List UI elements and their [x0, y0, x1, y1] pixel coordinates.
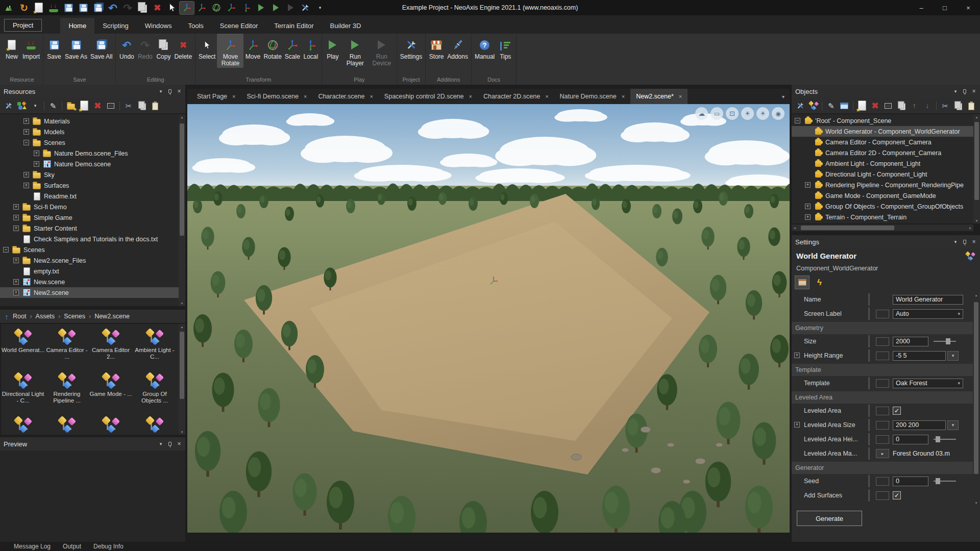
- statusbar-message-log[interactable]: Message Log: [14, 543, 51, 550]
- copy2-button[interactable]: [952, 99, 965, 112]
- scroll-down-icon[interactable]: ▾: [181, 430, 183, 434]
- delete-button[interactable]: ✖: [150, 2, 164, 14]
- dropdown[interactable]: Oak Forest▾: [893, 379, 963, 388]
- refresh-button[interactable]: ↻: [17, 2, 31, 14]
- asset-item[interactable]: Ambient Light - C...: [133, 324, 177, 368]
- settings-tools-button[interactable]: [298, 2, 312, 14]
- column-splitter[interactable]: [868, 433, 870, 445]
- scroll-right-icon[interactable]: ▸: [968, 226, 973, 230]
- scene-tab[interactable]: Start Page×: [191, 89, 241, 104]
- panel-menu-button[interactable]: ▾: [953, 89, 958, 94]
- dropdown-button[interactable]: ▾: [947, 420, 959, 430]
- tab-scene-editor[interactable]: Scene Editor: [212, 18, 266, 34]
- statusbar-debug-info[interactable]: Debug Info: [93, 543, 124, 550]
- tree-item[interactable]: −Scenes: [0, 137, 179, 148]
- play-button[interactable]: [254, 2, 268, 14]
- move-button[interactable]: [194, 2, 209, 14]
- move-rotate-button[interactable]: [180, 2, 194, 14]
- default-flag-box[interactable]: [876, 379, 889, 388]
- horizontal-scrollbar[interactable]: ◂▸: [792, 224, 973, 231]
- close-tab-icon[interactable]: ×: [370, 93, 373, 99]
- up-button[interactable]: ↑: [908, 99, 920, 112]
- panel-pin-button[interactable]: [167, 442, 173, 446]
- new-button[interactable]: ★New: [3, 34, 21, 61]
- column-splitter[interactable]: [868, 377, 870, 389]
- slider[interactable]: [934, 439, 956, 440]
- tree-item[interactable]: +Simple Game: [0, 212, 179, 223]
- column-splitter[interactable]: [868, 447, 870, 460]
- expander[interactable]: +: [34, 161, 39, 167]
- tab-scripting[interactable]: Scripting: [94, 18, 137, 34]
- scrollbar-thumb[interactable]: [974, 122, 979, 201]
- camera-button[interactable]: ◉: [772, 107, 785, 120]
- tree-item[interactable]: +Terrain - Component_Terrain: [792, 212, 973, 222]
- breadcrumb-item[interactable]: Assets: [36, 313, 55, 320]
- tree-item[interactable]: +Starter Content: [0, 223, 179, 234]
- redo-button[interactable]: ↷Redo: [136, 34, 154, 61]
- brightness2-button[interactable]: ☀: [756, 107, 769, 120]
- scroll-up-icon[interactable]: ▴: [181, 115, 183, 119]
- tree-item[interactable]: +Surfaces: [0, 180, 179, 191]
- checkbox[interactable]: ✓: [893, 491, 901, 499]
- default-flag-box[interactable]: [876, 352, 889, 360]
- asset-item[interactable]: [89, 412, 133, 435]
- column-splitter[interactable]: [868, 335, 870, 347]
- scene-tab[interactable]: Character.scene×: [312, 89, 378, 104]
- save-as-button[interactable]: Save As: [63, 34, 89, 61]
- panel-pin-button[interactable]: [167, 89, 173, 93]
- save-as-button[interactable]: [76, 2, 90, 14]
- text-input[interactable]: 200 200: [893, 420, 946, 430]
- scroll-left-icon[interactable]: ◂: [792, 226, 797, 230]
- scene-tab[interactable]: Sci-fi Demo.scene×: [241, 89, 313, 104]
- expander[interactable]: +: [13, 204, 19, 210]
- generate-button[interactable]: Generate: [797, 511, 862, 526]
- import-button[interactable]: ↓↓: [46, 2, 61, 14]
- tab-windows[interactable]: Windows: [137, 18, 180, 34]
- save-button[interactable]: Save: [45, 34, 63, 61]
- close-tab-icon[interactable]: ×: [469, 93, 472, 99]
- column-splitter[interactable]: [868, 419, 870, 431]
- tab-tools[interactable]: Tools: [180, 18, 211, 34]
- new-folder-button[interactable]: [65, 99, 77, 112]
- copy-button[interactable]: [135, 2, 150, 14]
- maximize-button[interactable]: □: [933, 0, 957, 15]
- window-button[interactable]: [838, 99, 850, 112]
- panel-close-button[interactable]: ×: [177, 441, 182, 447]
- caret-button[interactable]: ▾: [29, 99, 41, 112]
- cloud-button[interactable]: ☁: [695, 107, 708, 120]
- expander[interactable]: +: [13, 215, 19, 220]
- expander[interactable]: +: [23, 172, 29, 178]
- column-splitter[interactable]: [868, 475, 870, 487]
- text-input[interactable]: -5 5: [893, 351, 946, 361]
- default-flag-box[interactable]: [876, 491, 889, 500]
- select-button[interactable]: [165, 2, 179, 14]
- tree-item[interactable]: +Models: [0, 127, 179, 137]
- asset-item[interactable]: [45, 412, 89, 435]
- save-button[interactable]: [61, 2, 76, 14]
- run-player-button[interactable]: Run Player: [342, 34, 369, 68]
- number-input[interactable]: 2000: [893, 337, 928, 346]
- reference-button[interactable]: ▸: [876, 449, 889, 458]
- tree-item[interactable]: −'Root' - Component_Scene: [792, 115, 973, 126]
- settings-button[interactable]: Settings: [399, 34, 424, 61]
- dropdown-button[interactable]: ▾: [947, 351, 959, 361]
- expander[interactable]: +: [805, 204, 811, 209]
- asset-item[interactable]: World Generat...: [1, 324, 45, 368]
- number-input[interactable]: 0: [893, 435, 928, 444]
- tree-item[interactable]: +Materials: [0, 116, 179, 127]
- delete-button[interactable]: ✖: [869, 99, 881, 112]
- tree-item[interactable]: Camera Editor - Component_Camera: [792, 137, 973, 147]
- rotate-button[interactable]: [209, 2, 224, 14]
- panel-close-button[interactable]: ×: [971, 239, 976, 245]
- run-device-button[interactable]: [283, 2, 298, 14]
- paste-button[interactable]: [149, 99, 161, 112]
- tree-item[interactable]: +Rendering Pipeline - Component_Renderin…: [792, 180, 973, 190]
- slider-thumb[interactable]: [936, 478, 940, 484]
- minimize-button[interactable]: –: [910, 0, 933, 15]
- scroll-up-icon[interactable]: ▴: [181, 324, 183, 329]
- scrollbar-thumb[interactable]: [180, 332, 184, 399]
- tab-terrain-editor[interactable]: Terrain Editor: [266, 18, 322, 34]
- tree-item[interactable]: Directional Light - Component_Light: [792, 169, 973, 180]
- tree-item[interactable]: +New.scene: [0, 277, 179, 287]
- redo-button[interactable]: ↷: [120, 2, 135, 14]
